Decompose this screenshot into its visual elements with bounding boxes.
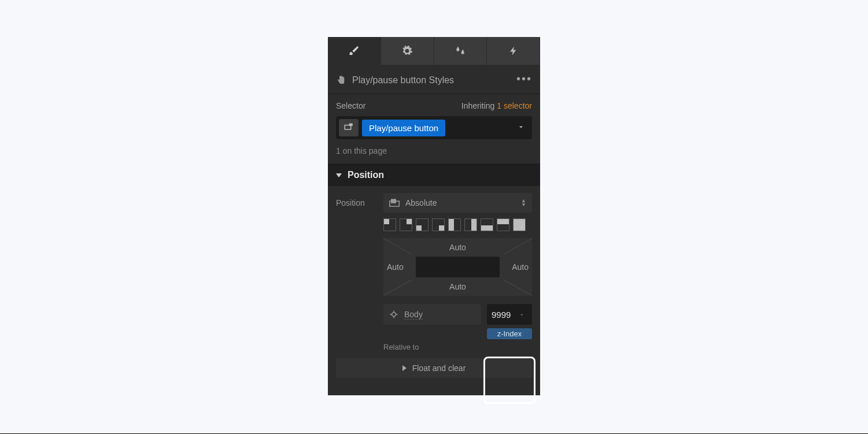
position-value: Absolute: [405, 198, 515, 207]
gear-icon: [401, 45, 413, 57]
offset-left[interactable]: Auto: [387, 262, 404, 272]
position-section-body: Position Absolute ▲▼ Auto Auto: [328, 186, 540, 358]
select-stepper-icon: ▲▼: [521, 199, 526, 207]
zindex-input[interactable]: [492, 310, 518, 320]
position-presets: [383, 218, 532, 231]
float-clear-label: Float and clear: [412, 363, 466, 373]
relative-to-value: Body: [404, 310, 423, 320]
position-label: Position: [336, 198, 375, 207]
inheriting-prefix: Inheriting: [461, 101, 497, 110]
preset-top-right[interactable]: [400, 218, 412, 231]
state-icon: [343, 123, 354, 133]
panel-title: Play/pause button Styles: [352, 75, 511, 86]
position-select[interactable]: Absolute ▲▼: [383, 193, 532, 213]
bolt-icon: [508, 46, 519, 56]
preset-full[interactable]: [513, 218, 526, 231]
class-chip[interactable]: Play/pause button: [362, 120, 445, 136]
inheriting-count: 1 selector: [497, 101, 532, 110]
position-section-header[interactable]: Position: [328, 164, 540, 186]
selector-row: Selector Inheriting 1 selector: [328, 94, 540, 113]
svg-rect-3: [391, 199, 396, 203]
more-menu-button[interactable]: •••: [516, 73, 532, 84]
svg-rect-1: [349, 124, 353, 127]
position-icon: [389, 199, 400, 207]
caret-down-icon: [518, 124, 525, 131]
brush-icon: [348, 44, 360, 57]
zindex-label: z-Index: [487, 328, 532, 339]
preset-bottom-left[interactable]: [416, 218, 429, 231]
preset-top-left[interactable]: [383, 218, 396, 231]
preset-top[interactable]: [497, 218, 509, 231]
style-panel: Play/pause button Styles ••• Selector In…: [328, 37, 540, 395]
preset-left[interactable]: [448, 218, 461, 231]
offset-top[interactable]: Auto: [383, 243, 532, 252]
collapse-caret-icon: [336, 173, 342, 177]
preset-right[interactable]: [464, 218, 477, 231]
relative-to-select[interactable]: Body: [383, 304, 481, 325]
effects-tab[interactable]: [434, 37, 487, 65]
droplets-icon: [455, 45, 466, 57]
offset-center[interactable]: [416, 257, 500, 277]
offset-bottom[interactable]: Auto: [383, 282, 532, 291]
inheriting-text[interactable]: Inheriting 1 selector: [461, 101, 532, 110]
settings-tab[interactable]: [381, 37, 434, 65]
panel-tabs: [328, 37, 540, 65]
position-offsets: Auto Auto Auto Auto: [383, 238, 532, 296]
position-section-title: Position: [348, 170, 384, 180]
relative-to-label: Relative to: [383, 343, 532, 351]
selector-page-count: 1 on this page: [328, 142, 540, 164]
preset-bottom-right[interactable]: [432, 218, 445, 231]
caret-right-icon: [402, 365, 407, 371]
offset-right[interactable]: Auto: [512, 262, 529, 272]
zindex-input-box[interactable]: -: [487, 304, 532, 325]
zindex-block: - z-Index: [487, 304, 532, 339]
zindex-unit[interactable]: -: [520, 310, 523, 319]
relative-zindex-row: Body - z-Index: [383, 304, 532, 339]
interactions-tab[interactable]: [487, 37, 540, 65]
preset-bottom[interactable]: [481, 218, 493, 231]
svg-point-4: [392, 313, 396, 317]
selector-input[interactable]: Play/pause button: [336, 116, 532, 139]
hand-icon: [336, 75, 346, 86]
position-type-row: Position Absolute ▲▼: [336, 193, 532, 213]
selector-label: Selector: [336, 101, 365, 110]
target-icon: [389, 310, 398, 319]
selector-dropdown-toggle[interactable]: [518, 123, 525, 132]
style-tab[interactable]: [328, 37, 381, 65]
panel-header: Play/pause button Styles •••: [328, 65, 540, 94]
state-button[interactable]: [339, 119, 359, 136]
float-clear-toggle[interactable]: Float and clear: [336, 358, 532, 378]
